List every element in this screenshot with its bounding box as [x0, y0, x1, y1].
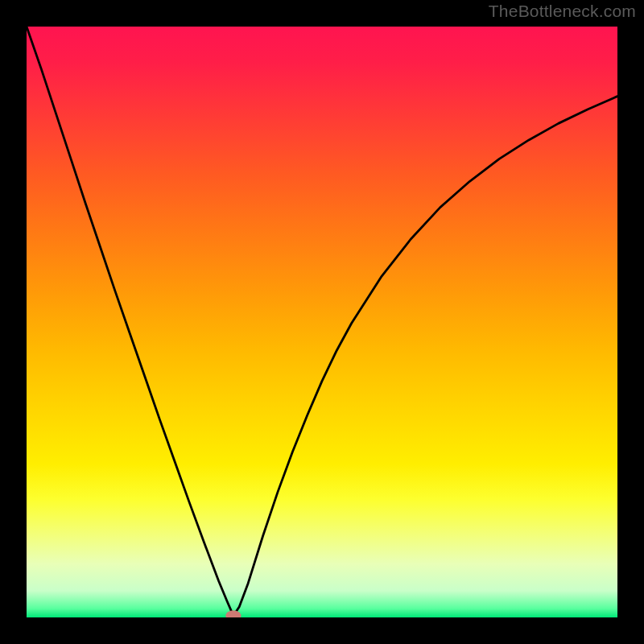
plot-area	[27, 27, 617, 617]
chart-frame: TheBottleneck.com	[0, 0, 644, 644]
chart-svg	[27, 27, 617, 617]
watermark-text: TheBottleneck.com	[489, 2, 636, 21]
gradient-background	[27, 27, 617, 617]
